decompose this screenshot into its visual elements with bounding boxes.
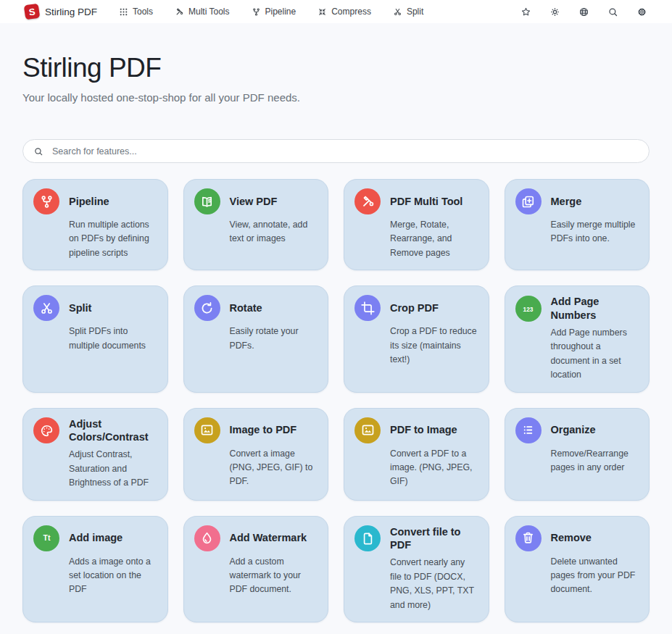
- card-description: Split PDFs into multiple documents: [69, 325, 157, 353]
- card-title: Rotate: [230, 301, 262, 315]
- svg-text:123: 123: [523, 305, 534, 312]
- nav-item-multi-tools[interactable]: Multi Tools: [175, 7, 229, 17]
- card-title: PDF Multi Tool: [390, 195, 462, 209]
- pipeline-icon: [252, 7, 261, 17]
- pipeline-icon: [33, 188, 59, 214]
- card-merge[interactable]: Merge Easily merge multiple PDFs into on…: [505, 179, 650, 270]
- merge-pages-icon: [515, 188, 542, 214]
- card-description: Convert a image (PNG, JPEG, GIF) to PDF.: [230, 447, 318, 489]
- card-description: Adds a image onto a set location on the …: [69, 555, 157, 597]
- card-description: Add a custom watermark to your PDF docum…: [230, 555, 318, 597]
- rotate-icon: [194, 295, 220, 321]
- card-title: Add Page Numbers: [551, 295, 639, 322]
- top-navbar: S Stirling PDF Tools Multi Tools Pipelin…: [0, 0, 672, 23]
- card-title: Add Watermark: [230, 531, 307, 545]
- card-split[interactable]: Split Split PDFs into multiple documents: [22, 285, 168, 392]
- nav-item-split[interactable]: Split: [393, 7, 423, 17]
- feature-card-grid: Pipeline Run multiple actions on PDFs by…: [22, 179, 650, 634]
- card-description: Merge, Rotate, Rearrange, and Remove pag…: [390, 218, 478, 260]
- card-pdf-to-image[interactable]: PDF to Image Convert a PDF to a image. (…: [344, 408, 489, 501]
- water-drop-icon: [194, 525, 220, 551]
- card-description: Crop a PDF to reduce its size (maintains…: [390, 325, 478, 367]
- card-description: View, annotate, add text or images: [230, 218, 318, 246]
- card-pipeline[interactable]: Pipeline Run multiple actions on PDFs by…: [22, 179, 168, 270]
- apps-grid-icon: [119, 7, 128, 17]
- card-description: Delete unwanted pages from your PDF docu…: [551, 555, 639, 597]
- favourites-star-icon[interactable]: [520, 7, 531, 17]
- settings-gear-icon[interactable]: [636, 7, 647, 17]
- book-open-icon: [194, 188, 220, 214]
- card-title: Pipeline: [69, 195, 109, 209]
- text-format-icon: Tt: [33, 525, 59, 551]
- card-add-watermark[interactable]: Add Watermark Add a custom watermark to …: [183, 516, 329, 622]
- card-title: Adjust Colors/Contrast: [69, 417, 157, 445]
- crop-icon: [354, 295, 381, 321]
- card-title: Convert file to PDF: [390, 525, 478, 553]
- card-description: Adjust Contrast, Saturation and Brightne…: [69, 448, 157, 490]
- image-icon: [354, 417, 381, 443]
- nav-item-label: Pipeline: [265, 7, 296, 17]
- language-globe-icon[interactable]: [578, 7, 589, 17]
- nav-item-label: Split: [407, 7, 423, 17]
- card-description: Add Page numbers throughout a document i…: [551, 326, 639, 383]
- card-description: Convert nearly any file to PDF (DOCX, PN…: [390, 556, 478, 612]
- stirling-logo-icon: S: [24, 4, 41, 20]
- numbers-123-icon: 123: [515, 296, 542, 322]
- card-description: Convert a PDF to a image. (PNG, JPEG, GI…: [390, 447, 478, 489]
- card-description: Easily merge multiple PDFs into one.: [551, 218, 639, 246]
- scissors-icon: [393, 7, 402, 17]
- card-title: Add image: [69, 531, 123, 545]
- card-title: Organize: [551, 423, 596, 437]
- tools-icon: [175, 7, 184, 17]
- search-icon[interactable]: [607, 7, 618, 17]
- page-title: Stirling PDF: [22, 53, 650, 83]
- card-title: Merge: [551, 195, 582, 209]
- page-subtitle: Your locally hosted one-stop-shop for al…: [22, 91, 650, 104]
- card-view-pdf[interactable]: View PDF View, annotate, add text or ima…: [183, 179, 329, 270]
- scissors-icon: [33, 295, 59, 321]
- card-organize[interactable]: Organize Remove/Rearrange pages in any o…: [505, 408, 650, 501]
- list-icon: [515, 417, 542, 443]
- card-image-to-pdf[interactable]: Image to PDF Convert a image (PNG, JPEG,…: [183, 408, 329, 501]
- card-adjust-colors-contrast[interactable]: Adjust Colors/Contrast Adjust Contrast, …: [22, 408, 168, 501]
- card-add-page-numbers[interactable]: 123 Add Page Numbers Add Page numbers th…: [505, 285, 650, 392]
- card-title: Remove: [551, 531, 592, 545]
- search-bar[interactable]: [22, 139, 650, 163]
- card-description: Run multiple actions on PDFs by defining…: [69, 218, 157, 260]
- nav-item-label: Tools: [133, 7, 153, 17]
- card-title: View PDF: [230, 195, 278, 209]
- card-title: Crop PDF: [390, 301, 439, 315]
- svg-text:Tt: Tt: [43, 533, 50, 542]
- nav-item-tools[interactable]: Tools: [119, 7, 153, 17]
- card-title: PDF to Image: [390, 423, 457, 437]
- main-content: Stirling PDF Your locally hosted one-sto…: [0, 53, 672, 634]
- nav-item-compress[interactable]: Compress: [318, 7, 371, 17]
- file-icon: [354, 525, 381, 551]
- card-convert-file-to-pdf[interactable]: Convert file to PDF Convert nearly any f…: [344, 516, 489, 622]
- nav-item-pipeline[interactable]: Pipeline: [252, 7, 296, 17]
- brand-label: Stirling PDF: [45, 7, 97, 17]
- palette-icon: [33, 417, 59, 443]
- card-title: Split: [69, 301, 91, 315]
- tools-icon: [354, 188, 381, 214]
- card-description: Remove/Rearrange pages in any order: [551, 447, 639, 475]
- search-input[interactable]: [51, 146, 639, 157]
- card-pdf-multi-tool[interactable]: PDF Multi Tool Merge, Rotate, Rearrange,…: [344, 179, 489, 270]
- nav-item-label: Compress: [331, 7, 371, 17]
- compress-icon: [318, 7, 327, 17]
- search-icon: [33, 146, 43, 157]
- card-description: Easily rotate your PDFs.: [230, 325, 318, 353]
- brand-home-link[interactable]: S Stirling PDF: [25, 4, 97, 19]
- theme-brightness-icon[interactable]: [549, 7, 560, 17]
- trash-icon: [515, 525, 542, 551]
- card-remove[interactable]: Remove Delete unwanted pages from your P…: [505, 516, 650, 622]
- card-add-image[interactable]: Tt Add image Adds a image onto a set loc…: [22, 516, 168, 622]
- card-crop-pdf[interactable]: Crop PDF Crop a PDF to reduce its size (…: [344, 285, 489, 392]
- nav-item-label: Multi Tools: [188, 7, 229, 17]
- card-rotate[interactable]: Rotate Easily rotate your PDFs.: [183, 285, 329, 392]
- card-title: Image to PDF: [230, 423, 297, 437]
- image-icon: [194, 417, 220, 443]
